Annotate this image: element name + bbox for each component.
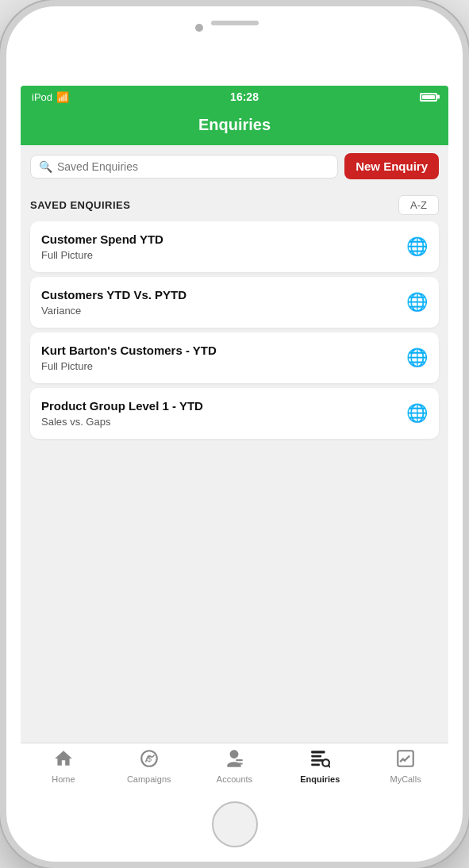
- enquiry-info: Kurt Barton's Customers - YTDFull Pictur…: [41, 344, 398, 372]
- search-input-wrap[interactable]: 🔍: [30, 155, 338, 179]
- page-header: Enquiries: [21, 108, 448, 145]
- enquiry-name: Customer Spend YTD: [41, 232, 398, 246]
- carrier-label: iPod: [32, 91, 52, 103]
- phone-frame: ‹ iPod 📶 16:28 Enquiries 🔍 Ne: [0, 0, 469, 868]
- enquiry-card[interactable]: Customer Spend YTDFull Picture🌐: [30, 221, 439, 272]
- bottom-nav: Home $ Campaigns: [21, 743, 448, 790]
- nav-label-mycalls: MyCalls: [390, 774, 421, 784]
- enquiry-card[interactable]: Kurt Barton's Customers - YTDFull Pictur…: [30, 332, 439, 383]
- section-title: SAVED ENQUIRIES: [30, 199, 130, 211]
- status-time: 16:28: [230, 90, 259, 103]
- search-input[interactable]: [57, 160, 329, 173]
- home-icon: [53, 748, 74, 772]
- sort-button[interactable]: A-Z: [398, 195, 439, 215]
- enquiry-list: Customer Spend YTDFull Picture🌐Customers…: [21, 221, 448, 743]
- enquiry-sub: Full Picture: [41, 360, 398, 372]
- svg-rect-6: [311, 759, 323, 762]
- accounts-icon: [224, 748, 244, 772]
- nav-label-campaigns: Campaigns: [127, 774, 171, 784]
- enquiry-card[interactable]: Customers YTD Vs. PYTDVariance🌐: [30, 277, 439, 328]
- nav-label-accounts: Accounts: [217, 774, 252, 784]
- search-bar: 🔍 New Enquiry: [21, 145, 448, 187]
- enquiry-info: Customers YTD Vs. PYTDVariance: [41, 288, 398, 317]
- svg-rect-5: [311, 755, 321, 758]
- nav-item-mycalls[interactable]: MyCalls: [363, 748, 448, 784]
- enquiries-icon: [309, 748, 330, 772]
- nav-label-enquiries: Enquiries: [300, 774, 340, 784]
- svg-rect-2: [236, 759, 244, 761]
- nav-item-home[interactable]: Home: [21, 748, 106, 784]
- globe-icon[interactable]: 🌐: [406, 236, 428, 257]
- battery-indicator: [420, 93, 437, 102]
- status-bar: iPod 📶 16:28: [21, 86, 448, 108]
- svg-rect-3: [236, 762, 244, 764]
- new-enquiry-button[interactable]: New Enquiry: [344, 153, 439, 179]
- enquiry-sub: Variance: [41, 305, 398, 317]
- mycalls-icon: [395, 748, 416, 772]
- enquiry-name: Product Group Level 1 - YTD: [41, 399, 398, 413]
- svg-rect-7: [311, 764, 320, 766]
- enquiry-name: Customers YTD Vs. PYTD: [41, 288, 398, 301]
- svg-rect-4: [311, 751, 325, 753]
- enquiry-info: Product Group Level 1 - YTDSales vs. Gap…: [41, 399, 398, 428]
- nav-item-campaigns[interactable]: $ Campaigns: [106, 748, 192, 784]
- page-title: Enquiries: [198, 116, 271, 133]
- enquiry-info: Customer Spend YTDFull Picture: [41, 232, 398, 261]
- nav-label-home: Home: [52, 774, 75, 784]
- home-button[interactable]: [212, 801, 258, 847]
- campaigns-icon: $: [139, 748, 160, 772]
- section-header: SAVED ENQUIRIES A-Z: [21, 187, 448, 221]
- enquiry-card[interactable]: Product Group Level 1 - YTDSales vs. Gap…: [30, 388, 439, 439]
- nav-item-accounts[interactable]: Accounts: [192, 748, 278, 784]
- enquiry-sub: Sales vs. Gaps: [41, 416, 398, 428]
- nav-item-enquiries[interactable]: Enquiries: [277, 748, 363, 784]
- svg-line-9: [329, 766, 330, 767]
- globe-icon[interactable]: 🌐: [406, 292, 428, 313]
- wifi-icon: 📶: [56, 91, 69, 103]
- enquiry-name: Kurt Barton's Customers - YTD: [41, 344, 398, 357]
- globe-icon[interactable]: 🌐: [406, 348, 428, 368]
- camera-dot: [195, 24, 203, 32]
- battery-body: [420, 93, 437, 102]
- search-icon: 🔍: [39, 160, 52, 173]
- status-left: iPod 📶: [32, 91, 69, 103]
- battery-fill: [422, 95, 435, 99]
- enquiry-sub: Full Picture: [41, 249, 398, 261]
- screen: iPod 📶 16:28 Enquiries 🔍 New Enquiry: [21, 86, 448, 790]
- globe-icon[interactable]: 🌐: [406, 403, 428, 424]
